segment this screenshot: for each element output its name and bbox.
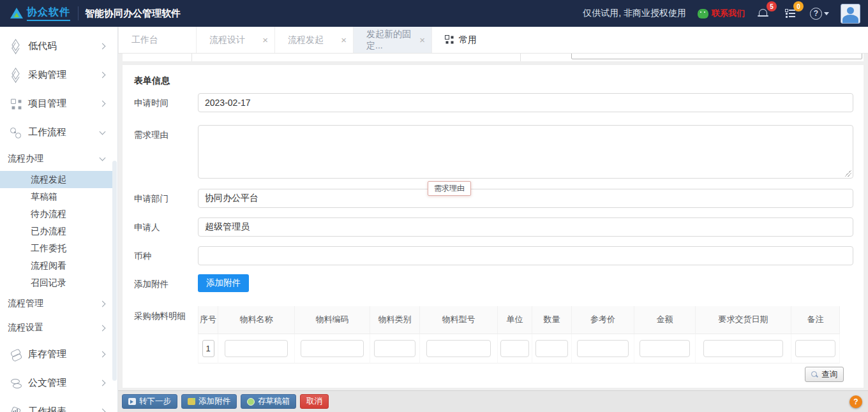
field-row-material-detail: 采购物料明细 序号 物料名称 物料编码 物料类别 物料型号 单位 数量 [134, 306, 856, 382]
notification-badge: 5 [767, 1, 777, 11]
tab-initiate-new-fixed[interactable]: 发起新的固定... × [354, 27, 432, 53]
query-button[interactable]: 查询 [805, 367, 844, 382]
table-row: 1 [198, 334, 840, 364]
attach-icon [188, 398, 195, 405]
trial-notice: 仅供试用, 非商业授权使用 [583, 8, 686, 19]
chevron-right-icon [100, 351, 106, 358]
unit-input[interactable] [500, 340, 529, 357]
column-header: 物料编码 [295, 306, 370, 334]
layers-icon [10, 70, 22, 81]
column-header: 序号 [198, 306, 218, 334]
sidebar-item-done[interactable]: 已办流程 [0, 223, 117, 240]
ref-price-input[interactable] [577, 340, 629, 357]
user-avatar[interactable] [841, 4, 860, 24]
material-detail-table: 序号 物料名称 物料编码 物料类别 物料型号 单位 数量 参考价 金额 要求交货… [198, 306, 840, 364]
remark-input[interactable] [795, 340, 835, 357]
tab-process-initiate[interactable]: 流程发起 × [275, 27, 354, 53]
sidebar-item-drafts[interactable]: 草稿箱 [0, 188, 117, 205]
report-icon [10, 406, 22, 412]
apps-icon [445, 35, 454, 45]
todo-badge: 0 [793, 1, 804, 11]
field-row-reason: 需求理由 [134, 125, 856, 179]
column-header: 单位 [498, 306, 532, 334]
chevron-right-icon [100, 43, 106, 50]
sidebar-scrollbar[interactable] [112, 161, 117, 381]
sidebar-item-procurement[interactable]: 采购管理 [0, 61, 117, 89]
chevron-right-icon [100, 300, 106, 307]
apply-date-input[interactable] [198, 93, 853, 112]
material-code-input[interactable] [301, 340, 363, 357]
workflow-icon [10, 127, 22, 138]
reason-textarea[interactable] [198, 125, 853, 179]
sidebar-item-pending[interactable]: 待办流程 [0, 205, 117, 223]
tab-process-design[interactable]: 流程设计 × [197, 27, 275, 53]
contact-us-link[interactable]: 联系我们 [698, 8, 745, 19]
save-draft-button[interactable]: 存草稿箱 [241, 394, 296, 409]
sidebar-item-delegation[interactable]: 工作委托 [0, 240, 117, 257]
column-header: 参考价 [572, 306, 634, 334]
chevron-down-icon [100, 128, 106, 135]
documents-icon [10, 378, 22, 389]
close-icon[interactable]: × [262, 35, 268, 45]
resize-handle[interactable] [845, 170, 851, 177]
brand-name: 协众软件 [27, 6, 70, 21]
field-row-department: 申请部门 [134, 189, 856, 208]
sidebar-item-inventory[interactable]: 库存管理 [0, 340, 117, 369]
layers-icon [10, 41, 22, 52]
field-label: 添加附件 [134, 274, 198, 290]
form-panel: 表单信息 申请时间 需求理由 需求理由 申请部门 [123, 65, 864, 388]
todo-button[interactable]: 0 [783, 6, 798, 21]
sidebar-group-process-settings[interactable]: 流程设置 [0, 316, 117, 340]
field-tooltip: 需求理由 [428, 181, 471, 196]
add-attachment-footer-button[interactable]: 添加附件 [181, 394, 237, 409]
sidebar-item-workflow[interactable]: 工作流程 [0, 118, 117, 147]
currency-input[interactable] [198, 246, 853, 265]
sidebar-item-recall-records[interactable]: 召回记录 [0, 274, 117, 291]
quantity-input[interactable] [535, 340, 568, 357]
sidebar-item-process-initiate[interactable]: 流程发起 [0, 171, 112, 188]
chevron-right-icon [100, 72, 106, 78]
row-seq: 1 [202, 340, 214, 357]
field-label: 币种 [134, 246, 198, 262]
logo[interactable]: 协众软件 [0, 6, 70, 21]
field-label: 申请人 [134, 217, 198, 233]
bell-icon [758, 8, 768, 18]
tab-workbench[interactable]: 工作台 [118, 27, 197, 53]
sidebar-item-lowcode[interactable]: 低代码 [0, 32, 117, 61]
sidebar-group-process-handling[interactable]: 流程办理 [0, 147, 117, 171]
delivery-date-input[interactable] [703, 340, 783, 357]
cancel-button[interactable]: 取消 [300, 394, 329, 409]
add-attachment-button[interactable]: 添加附件 [198, 274, 249, 292]
notifications-button[interactable]: 5 [756, 6, 772, 21]
sidebar-item-process-view[interactable]: 流程阅看 [0, 257, 117, 274]
close-icon[interactable]: × [341, 35, 347, 45]
column-header: 备注 [791, 306, 840, 334]
chevron-right-icon [100, 380, 106, 386]
save-draft-icon [247, 398, 255, 406]
department-input[interactable] [198, 189, 853, 208]
field-row-currency: 币种 [134, 246, 856, 265]
tab-bar: 工作台 流程设计 × 流程发起 × 发起新的固定... × 常用 [118, 27, 868, 54]
applicant-input[interactable] [198, 217, 853, 237]
amount-input[interactable] [640, 340, 691, 357]
form-scroll-area: 表单信息 申请时间 需求理由 需求理由 申请部门 [118, 54, 868, 390]
chevron-right-icon [100, 325, 106, 331]
column-header: 金额 [634, 306, 696, 334]
material-category-input[interactable] [374, 340, 415, 357]
close-icon[interactable]: × [419, 35, 425, 45]
chevron-right-icon [100, 101, 106, 107]
action-toolbar: 转下一步 添加附件 存草稿箱 取消 ? [118, 390, 868, 412]
tab-favorites[interactable]: 常用 [432, 27, 483, 53]
help-menu-button[interactable]: ? [810, 8, 829, 20]
sidebar-group-process-management[interactable]: 流程管理 [0, 291, 117, 316]
material-name-input[interactable] [225, 340, 288, 357]
header-divider [78, 6, 79, 20]
wechat-icon [698, 9, 708, 18]
sidebar-item-projects[interactable]: 项目管理 [0, 89, 117, 118]
next-step-button[interactable]: 转下一步 [122, 394, 177, 409]
top-header: 协众软件 智能协同办公管理软件 仅供试用, 非商业授权使用 联系我们 5 0 ? [0, 0, 868, 27]
material-model-input[interactable] [426, 340, 491, 357]
sidebar-item-reports[interactable]: 工作报表 [0, 397, 117, 412]
floating-help-button[interactable]: ? [849, 395, 862, 408]
sidebar-item-documents[interactable]: 公文管理 [0, 369, 117, 397]
